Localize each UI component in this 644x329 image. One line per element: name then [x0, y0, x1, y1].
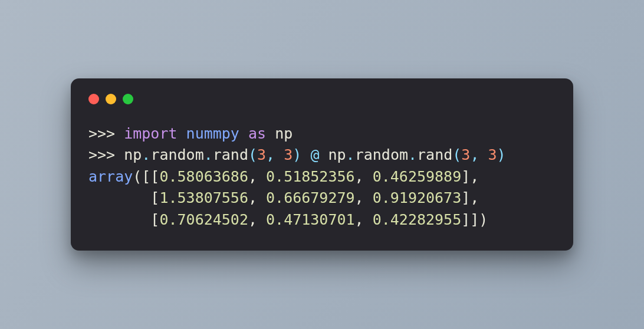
alias: np [275, 125, 293, 142]
indent: [ [88, 211, 159, 228]
output-number: 0.51852356 [266, 168, 355, 185]
number: 3 [488, 146, 497, 163]
punct: . [408, 146, 417, 163]
identifier: random [355, 146, 408, 163]
punct: , [248, 211, 266, 228]
punct: ) [293, 146, 301, 163]
punct: . [346, 146, 355, 163]
punct: ( [452, 146, 461, 163]
window-titlebar [88, 94, 556, 104]
output-line-2: [1.53807556, 0.66679279, 0.91920673], [88, 189, 479, 206]
punct: . [204, 146, 213, 163]
operator: @ [301, 146, 328, 163]
output-line-1: array([[0.58063686, 0.51852356, 0.462598… [88, 168, 479, 185]
code-line-1: >>> import nummpy as np [88, 125, 293, 142]
terminal-window: >>> import nummpy as np >>> np.random.ra… [71, 78, 573, 251]
punct: , [355, 189, 373, 206]
punct: ( [248, 146, 257, 163]
punct: , [248, 168, 266, 185]
punct: , [266, 146, 284, 163]
output-number: 0.66679279 [266, 189, 355, 206]
punct: ], [461, 189, 479, 206]
indent: [ [88, 189, 159, 206]
punct: ) [497, 146, 506, 163]
output-number: 0.91920673 [373, 189, 462, 206]
keyword-import: import [124, 125, 177, 142]
output-number: 1.53807556 [159, 189, 248, 206]
punct: , [470, 146, 488, 163]
punct: ([[ [133, 168, 159, 185]
number: 3 [284, 146, 293, 163]
output-number: 0.47130701 [266, 211, 355, 228]
punct: , [248, 189, 266, 206]
output-line-3: [0.70624502, 0.47130701, 0.42282955]]) [88, 211, 488, 228]
output-number: 0.70624502 [159, 211, 248, 228]
prompt: >>> [88, 146, 124, 163]
identifier: random [150, 146, 203, 163]
punct: , [355, 211, 373, 228]
output-number: 0.58063686 [159, 168, 248, 185]
punct: ]]) [461, 211, 488, 228]
maximize-icon[interactable] [123, 94, 133, 104]
punct: ], [461, 168, 479, 185]
output-number: 0.46259889 [373, 168, 462, 185]
close-icon[interactable] [88, 94, 99, 104]
code-line-2: >>> np.random.rand(3, 3) @ np.random.ran… [88, 146, 506, 163]
identifier: rand [213, 146, 248, 163]
number: 3 [461, 146, 470, 163]
identifier: np [328, 146, 346, 163]
number: 3 [257, 146, 266, 163]
identifier: rand [417, 146, 452, 163]
module-name: nummpy [186, 125, 239, 142]
keyword-as: as [248, 125, 266, 142]
code-block: >>> import nummpy as np >>> np.random.ra… [88, 123, 556, 231]
output-number: 0.42282955 [373, 211, 462, 228]
punct: , [355, 168, 373, 185]
punct: . [142, 146, 150, 163]
minimize-icon[interactable] [106, 94, 116, 104]
prompt: >>> [88, 125, 124, 142]
identifier: np [124, 146, 142, 163]
array-keyword: array [88, 168, 133, 185]
